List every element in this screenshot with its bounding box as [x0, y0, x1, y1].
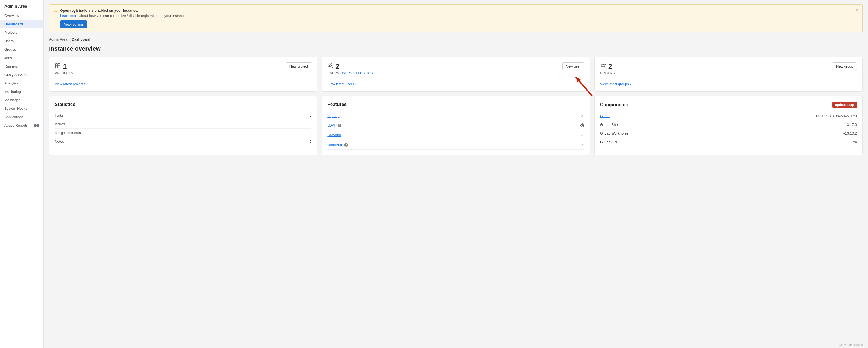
card-icon [327, 63, 333, 70]
help-icon[interactable]: ? [338, 124, 341, 127]
sidebar-item-applications[interactable]: Applications [0, 113, 43, 121]
alert-banner: ⚠ Open registration is enabled on your i… [49, 4, 863, 32]
card-groups-card: 2 GROUPS New group View latest groups › [594, 57, 863, 92]
sidebar-item-label: Monitoring [4, 90, 21, 94]
component-value: v13.10.2 [843, 131, 857, 135]
component-name: GitLab API [600, 140, 617, 144]
stat-row: Issues 0 [55, 120, 311, 129]
card-label: PROJECTS [55, 71, 73, 75]
card-projects-card: 1 PROJECTS New project View latest proje… [49, 57, 317, 92]
component-row: GitLab 13.10.2-ee (cc4224220e6) [600, 112, 857, 120]
card-count-row: 1 [55, 62, 73, 71]
help-icon[interactable]: ? [344, 143, 348, 147]
stat-value: 0 [310, 139, 311, 144]
svg-rect-3 [58, 66, 60, 68]
stat-row: Notes 0 [55, 137, 311, 146]
alert-description: Learn more about how you can customize /… [60, 13, 858, 18]
card-label: USERS Users Statistics [327, 71, 373, 75]
sidebar-item-gitaly[interactable]: Gitaly Servers [0, 70, 43, 79]
sidebar-item-groups[interactable]: Groups [0, 45, 43, 54]
sidebar-item-messages[interactable]: Messages [0, 96, 43, 104]
features-card: Features Sign up ✓ LDAP ? ⏻ Gravatar ✓ O… [321, 96, 590, 156]
update-badge: update asap [832, 102, 857, 108]
component-value: 13.17.0 [845, 123, 857, 127]
component-row: GitLab Shell 13.17.0 [600, 120, 857, 129]
card-view-link[interactable]: View latest users › [327, 80, 584, 86]
card-count: 1 [63, 62, 67, 71]
components-header: Components update asap [600, 102, 857, 108]
breadcrumb: Admin Area › Dashboard [43, 35, 868, 43]
breadcrumb-current: Dashboard [72, 37, 90, 41]
sidebar-item-label: System Hooks [4, 106, 27, 110]
svg-rect-1 [58, 64, 60, 66]
sidebar-item-label: Overview [4, 13, 19, 18]
feature-link[interactable]: Gravatar [327, 133, 341, 137]
sidebar-item-label: Groups [4, 48, 16, 52]
components-card: Components update asap GitLab 13.10.2-ee… [594, 96, 863, 156]
sidebar-item-runners[interactable]: Runners [0, 62, 43, 70]
card-header: 2 USERS Users Statistics New user [327, 62, 584, 75]
card-new-button[interactable]: New group [833, 62, 857, 70]
main-content: ⚠ Open registration is enabled on your i… [43, 0, 868, 348]
sidebar-item-overview[interactable]: Overview [0, 11, 43, 20]
feature-link[interactable]: OmniAuth ? [327, 143, 348, 147]
sidebar-item-label: Messages [4, 98, 21, 102]
sidebar-item-label: Analytics [4, 81, 19, 85]
card-view-link[interactable]: View latest projects › [55, 80, 311, 86]
svg-rect-2 [56, 66, 57, 68]
sidebar-header: Admin Area [0, 0, 43, 11]
sidebar-item-abuse-reports[interactable]: Abuse Reports0 [0, 121, 43, 130]
learn-more-link[interactable]: Learn more [60, 13, 78, 18]
close-alert-button[interactable]: ✕ [856, 7, 859, 12]
features-title: Features [327, 102, 584, 107]
card-extra-link[interactable]: Users Statistics [340, 71, 373, 75]
feature-link[interactable]: Sign up [327, 114, 339, 118]
sidebar-item-label: Jobs [4, 56, 12, 60]
card-header: 1 PROJECTS New project [55, 62, 311, 75]
card-header: 2 GROUPS New group [600, 62, 857, 75]
sidebar-item-dashboard[interactable]: Dashboard [0, 20, 43, 28]
statistics-title: Statistics [55, 102, 311, 107]
sidebar: Admin Area OverviewDashboardProjectsUser… [0, 0, 43, 348]
sidebar-item-users[interactable]: Users [0, 37, 43, 45]
card-count-row: 2 [600, 62, 615, 71]
feature-row: LDAP ? ⏻ [327, 121, 584, 130]
card-view-link[interactable]: View latest groups › [600, 80, 857, 86]
card-icon [600, 63, 606, 70]
check-icon: ✓ [581, 132, 584, 137]
stat-value: 0 [310, 122, 311, 126]
stat-label: Notes [55, 139, 64, 144]
stat-value: 0 [310, 131, 311, 135]
sidebar-item-jobs[interactable]: Jobs [0, 54, 43, 62]
stat-label: Forks [55, 113, 64, 117]
feature-row: Sign up ✓ [327, 111, 584, 121]
card-label: GROUPS [600, 71, 615, 75]
card-new-button[interactable]: New user [562, 62, 584, 70]
stat-row: Merge Requests 0 [55, 129, 311, 137]
svg-point-7 [604, 64, 605, 65]
card-count-row: 2 [327, 62, 373, 71]
card-count-section: 2 USERS Users Statistics [327, 62, 373, 75]
component-row: GitLab Workhorse v13.10.2 [600, 129, 857, 138]
svg-point-4 [329, 64, 331, 66]
sidebar-item-analytics[interactable]: Analytics [0, 79, 43, 87]
power-icon: ⏻ [580, 123, 584, 128]
component-link[interactable]: GitLab [600, 114, 611, 118]
stat-label: Merge Requests [55, 131, 81, 135]
sidebar-item-label: Runners [4, 64, 18, 68]
warning-icon: ⚠ [54, 9, 57, 14]
overview-cards-row: 1 PROJECTS New project View latest proje… [43, 57, 868, 96]
sidebar-item-label: Projects [4, 31, 17, 35]
sidebar-item-projects[interactable]: Projects [0, 28, 43, 37]
sidebar-item-monitoring[interactable]: Monitoring [0, 87, 43, 96]
component-value: 13.10.2-ee (cc4224220e6) [815, 114, 857, 118]
view-setting-button[interactable]: View setting [60, 21, 87, 28]
breadcrumb-parent[interactable]: Admin Area [49, 37, 67, 41]
card-new-button[interactable]: New project [286, 62, 312, 70]
check-icon: ✓ [581, 142, 584, 147]
sidebar-item-system-hooks[interactable]: System Hooks [0, 104, 43, 113]
breadcrumb-separator: › [69, 37, 70, 41]
feature-row: Gravatar ✓ [327, 130, 584, 140]
component-name: GitLab Shell [600, 123, 619, 127]
stat-value: 0 [310, 113, 311, 117]
